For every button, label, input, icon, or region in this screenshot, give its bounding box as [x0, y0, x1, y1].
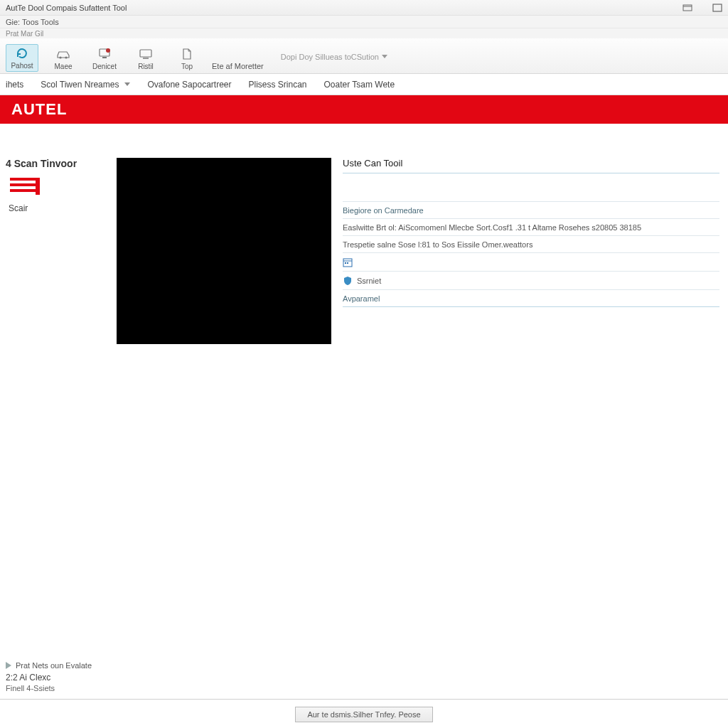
toolbar-label: Denicet: [92, 63, 117, 70]
field-blank: [343, 173, 719, 202]
tabbar: ihets Scol Tiwen Nreames Ovafone Sapocar…: [0, 74, 728, 95]
details-panel: Uste Can Tooil Biegiore on Carmedare Eas…: [343, 158, 727, 344]
statusbar: Aur te dsmis.Silher Tnfey. Peose: [0, 705, 728, 724]
svg-rect-2: [713, 4, 722, 11]
svg-rect-11: [10, 183, 38, 186]
content-area: 4 Scan Tinvoor Scair Uste Can Tooil Bieg…: [0, 144, 728, 344]
field-approval: Avparamel: [343, 290, 719, 307]
svg-rect-17: [347, 262, 348, 264]
field-service[interactable]: Ssrniet: [343, 272, 719, 290]
svg-rect-12: [10, 189, 38, 192]
toolbar-label: Ete af Moretter: [212, 62, 264, 70]
toolbar-disabled-text: Dopi Doy Sillueas toCSution: [281, 53, 387, 61]
svg-rect-16: [345, 262, 346, 264]
svg-rect-6: [102, 57, 107, 58]
toolbar-btn-moretter[interactable]: Ete af Moretter: [212, 60, 264, 72]
menu-item[interactable]: Gie: Toos Tools: [6, 18, 59, 26]
toolbar-label: Ristil: [138, 63, 154, 70]
toolbar-btn-maee[interactable]: Maee: [47, 46, 80, 72]
svg-rect-10: [10, 178, 38, 181]
shield-icon: [343, 276, 353, 286]
field-diag-label: Biegiore on Carmedare: [343, 202, 719, 219]
toolbar-btn-top[interactable]: Top: [171, 46, 203, 72]
field-calendar[interactable]: [343, 253, 719, 272]
play-row[interactable]: Prat Nets oun Evalate: [6, 661, 722, 670]
refresh-icon: [14, 46, 30, 60]
final-row: Finell 4-Ssiets: [6, 684, 722, 692]
divider: [0, 699, 728, 700]
window-controls: [682, 4, 722, 12]
svg-rect-13: [36, 178, 40, 195]
toolbar-label: Pahost: [11, 62, 33, 70]
toolbar: Pahost Maee Denicet Ristil Top Ete af Mo…: [0, 38, 728, 74]
left-column: 4 Scan Tinvoor Scair: [6, 158, 105, 344]
field-line1: Easlwitte Brt ol: AiScomomenl Mlecbe Sor…: [343, 219, 719, 236]
field-line2: Trespetie salne Sose l:81 to Sos Eissile…: [343, 236, 719, 253]
device-icon: [97, 47, 112, 61]
tab-ihets[interactable]: ihets: [6, 80, 23, 90]
tab-scol-tiwen[interactable]: Scol Tiwen Nreames: [41, 80, 130, 90]
svg-point-3: [59, 56, 61, 58]
window-title: AutTe Dool Compais Sufattent Tool: [6, 4, 127, 12]
maximize-icon[interactable]: [712, 4, 722, 12]
scanner-icon[interactable]: [9, 176, 41, 196]
menubar: Gie: Toos Tools: [0, 16, 728, 28]
toolbar-label: Maee: [54, 63, 72, 70]
footer-area: Prat Nets oun Evalate 2:2 Ai Clexc Finel…: [0, 661, 728, 692]
service-text: Ssrniet: [357, 277, 381, 285]
left-label: Scair: [9, 203, 105, 213]
titlebar: AutTe Dool Compais Sufattent Tool: [0, 0, 728, 16]
preview-pane: [117, 158, 331, 344]
toolbar-btn-pahost[interactable]: Pahost: [6, 44, 38, 72]
document-icon: [179, 47, 195, 61]
tab-ovafone[interactable]: Ovafone Sapocartreer: [147, 80, 231, 90]
line1-text: Easlwitte Brt ol: AiScomomenl Mlecbe Sor…: [343, 223, 641, 232]
svg-point-7: [106, 48, 110, 53]
tab-ooater[interactable]: Ooater Tsam Wete: [324, 80, 395, 90]
toolbar-btn-ristil[interactable]: Ristil: [129, 46, 162, 72]
toolbar-btn-denicet[interactable]: Denicet: [88, 46, 121, 72]
detail-title: Uste Can Tooil: [343, 158, 719, 173]
svg-rect-8: [140, 50, 151, 57]
toolbar-label: Top: [181, 63, 193, 70]
version-row: 2:2 Ai Clexc: [6, 673, 722, 682]
svg-point-4: [65, 56, 67, 58]
calendar-icon: [343, 257, 353, 267]
minimize-icon[interactable]: [682, 4, 692, 12]
section-title: 4 Scan Tinvoor: [6, 158, 105, 169]
play-text: Prat Nets oun Evalate: [16, 661, 92, 670]
monitor-icon: [138, 47, 154, 61]
svg-rect-0: [683, 5, 692, 11]
path-text: Prat Mar Gil: [0, 28, 728, 38]
play-icon: [6, 662, 11, 669]
tab-plisess[interactable]: Plisess Srincan: [248, 80, 306, 90]
status-button[interactable]: Aur te dsmis.Silher Tnfey. Peose: [295, 707, 432, 722]
brand-logo: AUTEL: [11, 100, 67, 119]
diag-label: Biegiore on Carmedare: [343, 206, 424, 215]
brand-bar: AUTEL: [0, 95, 728, 124]
car-icon: [55, 47, 71, 61]
line2-text: Trespetie salne Sose l:81 to Sos Eissile…: [343, 240, 532, 249]
approval-label: Avparamel: [343, 294, 380, 303]
